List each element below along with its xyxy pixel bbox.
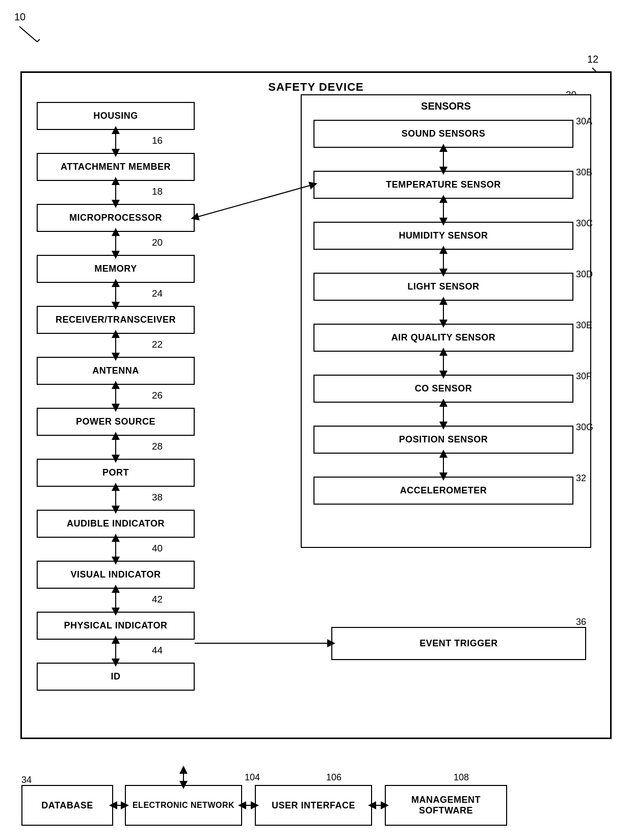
accelerometer-box: ACCELEROMETER	[313, 477, 573, 505]
ref-40-label: 40	[152, 543, 163, 554]
temperature-sensor-box: TEMPERATURE SENSOR	[313, 171, 573, 199]
event-trigger-box: EVENT TRIGGER	[331, 627, 586, 660]
antenna-box: ANTENNA	[37, 357, 195, 385]
electronic-network-box: ELECTRONIC NETWORK	[125, 785, 242, 826]
receiver-transceiver-box: RECEIVER/TRANSCEIVER	[37, 306, 195, 334]
attachment-member-box: ATTACHMENT MEMBER	[37, 153, 195, 181]
sensors-label: SENSORS	[302, 100, 590, 112]
microprocessor-box: MICROPROCESSOR	[37, 204, 195, 232]
housing-box: HOUSING	[37, 102, 195, 130]
svg-line-0	[19, 27, 37, 42]
ref-44-label: 44	[152, 645, 163, 656]
ref-36-label: 36	[576, 617, 586, 627]
audible-indicator-box: AUDIBLE INDICATOR	[37, 510, 195, 538]
position-sensor-box: POSITION SENSOR	[313, 426, 573, 454]
svg-line-1	[37, 39, 40, 42]
database-box: DATABASE	[21, 785, 113, 826]
sound-sensors-box: SOUND SENSORS	[313, 120, 573, 148]
safety-device-label: SAFETY DEVICE	[22, 81, 610, 94]
ref-24-label: 24	[152, 288, 163, 299]
ref-34-label: 34	[21, 775, 32, 785]
ref-30B-label: 30B	[576, 167, 592, 178]
ref-26-label: 26	[152, 390, 163, 401]
id-box: ID	[37, 663, 195, 691]
ref-32-label: 32	[576, 473, 586, 484]
power-source-box: POWER SOURCE	[37, 408, 195, 436]
ref-22-label: 22	[152, 339, 163, 350]
ref-18-label: 18	[152, 186, 163, 197]
ref-104-label: 104	[245, 772, 260, 783]
ref-106-label: 106	[326, 772, 341, 783]
ref-30F-label: 30F	[576, 371, 592, 382]
ref-20-label: 20	[152, 237, 163, 248]
ref-30G-label: 30G	[576, 422, 593, 433]
co-sensor-box: CO SENSOR	[313, 375, 573, 403]
ref-30A-label: 30A	[576, 116, 592, 127]
ref-38-label: 38	[152, 492, 163, 503]
ref-16-label: 16	[152, 135, 163, 146]
management-software-box: MANAGEMENT SOFTWARE	[385, 785, 507, 826]
user-interface-box: USER INTERFACE	[255, 785, 372, 826]
air-quality-sensor-box: AIR QUALITY SENSOR	[313, 324, 573, 352]
humidity-sensor-box: HUMIDITY SENSOR	[313, 222, 573, 250]
ref-42-label: 42	[152, 594, 163, 605]
ref-10-label: 10	[14, 11, 45, 44]
physical-indicator-box: PHYSICAL INDICATOR	[37, 612, 195, 640]
ref-28-label: 28	[152, 441, 163, 452]
ref-30E-label: 30E	[576, 320, 592, 331]
memory-box: MEMORY	[37, 255, 195, 283]
ref-30D-label: 30D	[576, 269, 593, 280]
visual-indicator-box: VISUAL INDICATOR	[37, 561, 195, 589]
light-sensor-box: LIGHT SENSOR	[313, 273, 573, 301]
ref-30C-label: 30C	[576, 218, 593, 229]
diagram-container: 10 12 SAFETY DEVICE 14 HOUSING 16 ATTACH…	[0, 0, 632, 840]
ref-108-label: 108	[454, 772, 469, 783]
port-box: PORT	[37, 459, 195, 487]
